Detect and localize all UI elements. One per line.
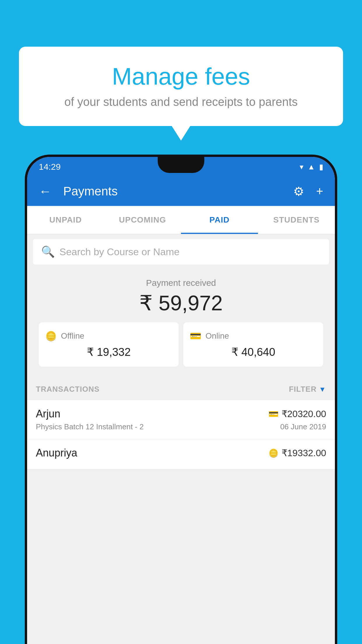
add-icon[interactable]: +	[313, 181, 326, 201]
transaction-top: Arjun 💳 ₹20320.00	[36, 408, 326, 420]
online-label: Online	[205, 331, 229, 341]
back-button[interactable]: ←	[36, 181, 55, 202]
online-amount: ₹ 40,640	[190, 346, 317, 358]
tab-paid[interactable]: PAID	[181, 206, 258, 234]
speech-bubble-container: Manage fees of your students and send re…	[19, 47, 343, 126]
status-bar: 14:29 ▾ ▲ ▮	[27, 157, 335, 177]
offline-icon: 🪙	[45, 330, 57, 342]
payment-amount: ₹ 59,972	[33, 291, 329, 315]
notch	[158, 157, 204, 173]
online-icon: 💳	[190, 330, 201, 342]
phone-screen: 14:29 ▾ ▲ ▮ ← Payments ⚙ + UNPAID UPCOMI…	[27, 157, 335, 644]
transaction-date: 06 June 2019	[280, 422, 326, 431]
speech-bubble: Manage fees of your students and send re…	[19, 47, 343, 126]
tab-students[interactable]: STUDENTS	[258, 206, 335, 234]
online-card: 💳 Online ₹ 40,640	[183, 322, 323, 367]
status-time: 14:29	[39, 162, 61, 172]
offline-amount: ₹ 19,332	[45, 346, 172, 358]
search-placeholder: Search by Course or Name	[59, 246, 180, 258]
wifi-icon: ▾	[300, 162, 303, 172]
transactions-header: TRANSACTIONS FILTER ▼	[27, 378, 335, 400]
search-icon: 🔍	[41, 245, 55, 258]
student-name: Arjun	[36, 408, 60, 420]
transaction-row[interactable]: Arjun 💳 ₹20320.00 Physics Batch 12 Insta…	[27, 400, 335, 439]
student-name-2: Anupriya	[36, 447, 77, 459]
status-icons: ▾ ▲ ▮	[300, 162, 323, 172]
header-title: Payments	[63, 184, 284, 198]
phone-inner: 14:29 ▾ ▲ ▮ ← Payments ⚙ + UNPAID UPCOMI…	[27, 157, 335, 644]
offline-card: 🪙 Offline ₹ 19,332	[39, 322, 179, 367]
tab-unpaid[interactable]: UNPAID	[27, 206, 104, 234]
payment-cards: 🪙 Offline ₹ 19,332 💳 Online ₹ 40,640	[33, 322, 329, 372]
battery-icon: ▮	[319, 162, 323, 172]
tab-upcoming[interactable]: UPCOMING	[104, 206, 181, 234]
tabs-container: UNPAID UPCOMING PAID STUDENTS	[27, 206, 335, 234]
filter-icon: ▼	[319, 385, 326, 393]
search-bar[interactable]: 🔍 Search by Course or Name	[33, 239, 329, 265]
transaction-row[interactable]: Anupriya 🪙 ₹19332.00	[27, 439, 335, 469]
phone-frame: 14:29 ▾ ▲ ▮ ← Payments ⚙ + UNPAID UPCOMI…	[25, 155, 337, 644]
transaction-bottom: Physics Batch 12 Installment - 2 06 June…	[36, 422, 326, 431]
offline-card-header: 🪙 Offline	[45, 330, 172, 342]
cash-payment-icon: 🪙	[268, 448, 279, 458]
bubble-subtitle: of your students and send receipts to pa…	[36, 95, 326, 108]
app-header: ← Payments ⚙ +	[27, 177, 335, 206]
settings-icon[interactable]: ⚙	[290, 181, 307, 202]
offline-label: Offline	[61, 331, 84, 341]
transactions-label: TRANSACTIONS	[36, 385, 100, 394]
transaction-amount: 💳 ₹20320.00	[268, 408, 326, 419]
transaction-amount-2: 🪙 ₹19332.00	[268, 447, 326, 459]
filter-button[interactable]: FILTER ▼	[289, 385, 326, 394]
screen-body: 🔍 Search by Course or Name Payment recei…	[27, 234, 335, 644]
card-payment-icon: 💳	[268, 409, 279, 419]
bubble-title: Manage fees	[36, 63, 326, 90]
payment-summary: Payment received ₹ 59,972 🪙 Offline ₹ 19…	[27, 269, 335, 378]
payment-label: Payment received	[33, 278, 329, 288]
signal-icon: ▲	[307, 162, 315, 172]
transaction-top-2: Anupriya 🪙 ₹19332.00	[36, 447, 326, 459]
course-info: Physics Batch 12 Installment - 2	[36, 422, 144, 431]
online-card-header: 💳 Online	[190, 330, 317, 342]
